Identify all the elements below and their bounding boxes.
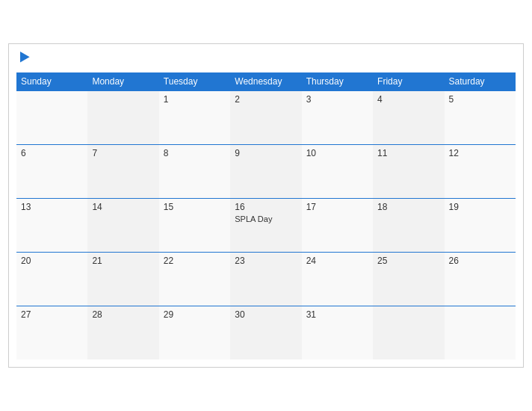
day-number: 7 (92, 148, 154, 158)
day-number: 23 (235, 256, 297, 266)
logo (19, 52, 34, 65)
day-number: 25 (377, 256, 439, 266)
calendar-day-cell: 10 (302, 144, 373, 198)
day-number: 24 (306, 256, 368, 266)
day-number: 8 (164, 148, 226, 158)
weekday-header-tuesday: Tuesday (159, 72, 230, 91)
calendar-day-cell (445, 306, 516, 359)
day-number: 14 (92, 202, 154, 212)
calendar-week-row: 6789101112 (16, 144, 516, 198)
calendar-day-cell: 22 (159, 252, 230, 306)
weekday-header-friday: Friday (373, 72, 444, 91)
calendar-container: SundayMondayTuesdayWednesdayThursdayFrid… (8, 43, 524, 368)
calendar-day-cell (16, 90, 87, 144)
day-number: 13 (21, 202, 83, 212)
calendar-header (16, 52, 516, 65)
calendar-day-cell: 11 (373, 144, 444, 198)
day-number: 31 (306, 309, 368, 320)
calendar-day-cell: 19 (445, 198, 516, 252)
calendar-day-cell: 26 (445, 252, 516, 306)
day-number: 27 (21, 309, 83, 320)
weekday-header-sunday: Sunday (16, 72, 87, 91)
day-number: 21 (92, 256, 154, 266)
calendar-day-cell: 4 (373, 90, 444, 144)
calendar-day-cell: 3 (302, 90, 373, 144)
calendar-day-cell: 17 (302, 198, 373, 252)
weekday-header-monday: Monday (87, 72, 158, 91)
day-number: 20 (21, 256, 83, 266)
day-number: 5 (449, 94, 511, 105)
day-number: 12 (449, 148, 511, 158)
calendar-week-row: 12345 (16, 90, 516, 144)
day-number: 18 (377, 202, 439, 212)
calendar-day-cell: 5 (445, 90, 516, 144)
day-number: 16 (235, 202, 297, 212)
day-number: 2 (235, 94, 297, 105)
weekday-header-saturday: Saturday (445, 72, 516, 91)
calendar-day-cell (373, 306, 444, 359)
calendar-day-cell: 1 (159, 90, 230, 144)
calendar-day-cell: 8 (159, 144, 230, 198)
calendar-day-cell: 15 (159, 198, 230, 252)
day-number: 22 (164, 256, 226, 266)
calendar-day-cell: 12 (445, 144, 516, 198)
day-number: 17 (306, 202, 368, 212)
day-number: 26 (449, 256, 511, 266)
weekday-header-thursday: Thursday (302, 72, 373, 91)
calendar-day-cell: 2 (230, 90, 301, 144)
day-number: 28 (92, 309, 154, 320)
calendar-day-cell: 9 (230, 144, 301, 198)
svg-marker-0 (20, 52, 30, 62)
day-number: 15 (164, 202, 226, 212)
day-number: 6 (21, 148, 83, 158)
calendar-day-cell (87, 90, 158, 144)
calendar-day-cell: 20 (16, 252, 87, 306)
calendar-day-cell: 7 (87, 144, 158, 198)
day-number: 10 (306, 148, 368, 158)
calendar-day-cell: 18 (373, 198, 444, 252)
calendar-table: SundayMondayTuesdayWednesdayThursdayFrid… (16, 72, 516, 360)
day-event: SPLA Day (235, 214, 297, 223)
day-number: 30 (235, 309, 297, 320)
calendar-week-row: 20212223242526 (16, 252, 516, 306)
day-number: 3 (306, 94, 368, 105)
calendar-day-cell: 31 (302, 306, 373, 359)
calendar-day-cell: 21 (87, 252, 158, 306)
calendar-day-cell: 23 (230, 252, 301, 306)
day-number: 9 (235, 148, 297, 158)
calendar-day-cell: 30 (230, 306, 301, 359)
calendar-day-cell: 29 (159, 306, 230, 359)
calendar-day-cell: 25 (373, 252, 444, 306)
day-number: 4 (377, 94, 439, 105)
calendar-week-row: 2728293031 (16, 306, 516, 359)
calendar-day-cell: 16SPLA Day (230, 198, 301, 252)
weekday-header-wednesday: Wednesday (230, 72, 301, 91)
day-number: 29 (164, 309, 226, 320)
calendar-day-cell: 14 (87, 198, 158, 252)
day-number: 1 (164, 94, 226, 105)
calendar-day-cell: 28 (87, 306, 158, 359)
weekday-header-row: SundayMondayTuesdayWednesdayThursdayFrid… (16, 72, 516, 91)
calendar-week-row: 13141516SPLA Day171819 (16, 198, 516, 252)
day-number: 19 (449, 202, 511, 212)
calendar-day-cell: 6 (16, 144, 87, 198)
calendar-day-cell: 27 (16, 306, 87, 359)
calendar-day-cell: 24 (302, 252, 373, 306)
calendar-day-cell: 13 (16, 198, 87, 252)
day-number: 11 (377, 148, 439, 158)
logo-flag-icon (20, 52, 34, 65)
